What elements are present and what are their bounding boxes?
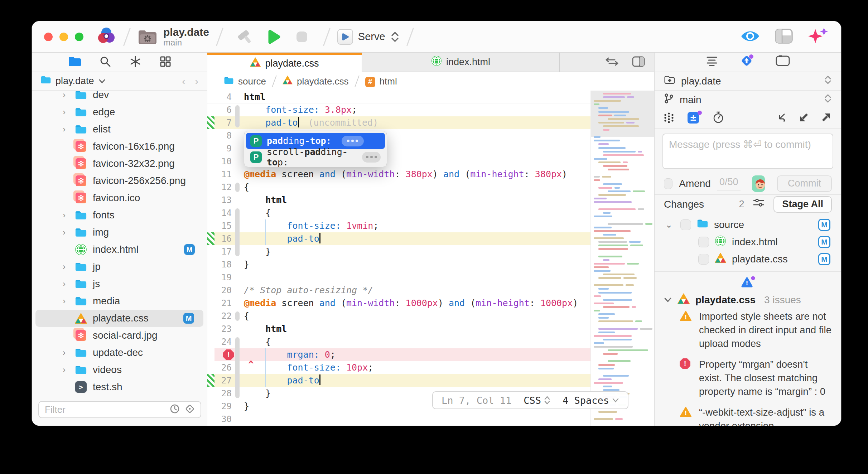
disclosure-chevron-icon[interactable]: › (63, 227, 74, 237)
build-button[interactable] (235, 28, 254, 46)
commit-message-input[interactable] (663, 134, 833, 168)
tree-item-dev[interactable]: ›dev (32, 91, 207, 103)
recent-clock-icon[interactable] (170, 404, 180, 415)
tree-item-playdate-css[interactable]: playdate.cssM (35, 310, 203, 327)
tree-item-favicon-ico[interactable]: favicon.ico (32, 189, 207, 207)
issue-item[interactable]: !“-webkit-text-size-adjust” is a vendor … (655, 403, 841, 426)
stage-checkbox[interactable] (698, 254, 709, 265)
disclosure-chevron-icon[interactable]: › (63, 124, 74, 134)
tag-icon[interactable] (185, 404, 195, 415)
issues-badge-icon[interactable]: ! (740, 275, 756, 290)
change-row-playdate-css[interactable]: playdate.cssM (655, 251, 841, 268)
indent-selector[interactable]: 4 Spaces (563, 395, 619, 406)
breadcrumb-item-playdate-css[interactable]: playdate.css (283, 76, 349, 87)
commit-graph-icon[interactable] (664, 112, 675, 125)
breadcrumb-item-source[interactable]: source (224, 76, 266, 87)
commits-list-icon[interactable] (706, 56, 718, 68)
push-arrow-icon[interactable] (820, 112, 832, 126)
stop-button[interactable] (293, 28, 311, 46)
disclosure-chevron-icon[interactable]: ⌄ (665, 220, 675, 230)
fold-ribbon[interactable] (235, 105, 240, 127)
stage-checkbox[interactable] (680, 219, 691, 230)
tree-item-favicon-256x256-png[interactable]: favicon-256x256.png (32, 172, 207, 189)
nav-back-icon[interactable]: ‹ (182, 75, 185, 87)
tree-item-update-dec[interactable]: ›update-dec (32, 344, 207, 361)
minimap[interactable] (590, 91, 654, 426)
commit-button[interactable]: Commit (777, 175, 832, 192)
zoom-window-button[interactable] (75, 33, 83, 41)
remote-terminal-icon[interactable] (775, 55, 790, 69)
tree-item-media[interactable]: ›media (32, 292, 207, 310)
disclosure-chevron-icon[interactable]: › (63, 91, 74, 100)
disclosure-chevron-icon[interactable]: › (63, 348, 74, 358)
issue-item[interactable]: !Property “mrgan” doesn't exist. The clo… (655, 355, 841, 403)
stage-view-icon[interactable]: ± (686, 110, 702, 127)
preview-eye-button[interactable] (740, 29, 760, 44)
stopwatch-icon[interactable] (713, 111, 724, 126)
project-header[interactable]: play.date ‹ › (32, 72, 207, 91)
disclosure-chevron-icon[interactable]: › (63, 107, 74, 117)
disclosure-chevron-icon[interactable]: › (63, 296, 74, 306)
run-button[interactable] (264, 28, 283, 46)
filter-field[interactable] (38, 401, 201, 418)
line-number: 4 (214, 91, 234, 103)
task-label: Serve (358, 31, 385, 43)
tree-item-elist[interactable]: ›elist (32, 121, 207, 138)
task-selector[interactable]: Serve (337, 29, 400, 45)
issues-header[interactable]: playdate.css 3 issues (655, 293, 841, 307)
fold-ribbon[interactable] (235, 311, 240, 321)
tree-item-img[interactable]: ›img (32, 224, 207, 241)
split-editor-icon[interactable] (632, 56, 645, 68)
filter-settings-icon[interactable] (753, 198, 765, 211)
line-number: 12 (214, 181, 234, 194)
stage-checkbox[interactable] (698, 237, 709, 247)
tree-item-videos[interactable]: ›videos (32, 361, 207, 378)
amend-checkbox[interactable] (664, 178, 672, 189)
language-selector[interactable]: CSS (524, 395, 550, 406)
tree-item-social-card-jpg[interactable]: social-card.jpg (32, 327, 207, 344)
tree-item-js[interactable]: ›js (32, 275, 207, 292)
tree-item-favicon-32x32-png[interactable]: favicon-32x32.png (32, 155, 207, 172)
repo-selector[interactable]: play.date (655, 72, 841, 91)
split-layout-button[interactable] (775, 28, 793, 45)
tree-item-edge[interactable]: ›edge (32, 103, 207, 121)
error-line-icon[interactable]: ! (223, 349, 234, 360)
tree-item-fonts[interactable]: ›fonts (32, 207, 207, 224)
minimize-window-button[interactable] (59, 33, 68, 41)
tree-item-index-html[interactable]: index.htmlM (32, 241, 207, 258)
fold-ribbon[interactable] (235, 183, 240, 192)
breadcrumb-item-html[interactable]: #html (365, 76, 397, 87)
symbols-asterisk-icon[interactable] (130, 56, 141, 69)
fetch-arrow-icon[interactable] (776, 112, 787, 126)
extensions-grid-icon[interactable] (160, 56, 171, 69)
code-editor[interactable]: 4html6 font-size: 3.8px;7 pad-to(uncommi… (207, 91, 654, 426)
filter-input[interactable] (45, 404, 165, 415)
swap-arrows-icon[interactable] (606, 57, 618, 68)
close-window-button[interactable] (44, 33, 53, 41)
sparkles-icon[interactable] (807, 27, 829, 47)
tab-index-html[interactable]: index.html (362, 53, 560, 72)
tree-item-jp[interactable]: ›jp (32, 258, 207, 275)
change-row-index-html[interactable]: index.htmlM (655, 233, 841, 251)
nav-forward-icon[interactable]: › (195, 75, 198, 87)
issue-item[interactable]: !Imported style sheets are not checked i… (655, 307, 841, 355)
disclosure-chevron-icon[interactable]: › (63, 279, 74, 289)
tree-item-test-sh[interactable]: >test.sh (32, 378, 207, 396)
change-row-source[interactable]: ⌄sourceM (655, 216, 841, 233)
commit-message-box[interactable] (662, 134, 833, 169)
disclosure-chevron-icon[interactable]: › (63, 365, 74, 375)
disclosure-chevron-icon[interactable]: › (63, 262, 74, 272)
files-tab-icon[interactable] (68, 56, 81, 68)
pull-arrow-icon[interactable] (798, 112, 810, 126)
source-control-tab-icon[interactable] (739, 54, 754, 71)
tab-playdate-css[interactable]: playdate.css (207, 53, 362, 72)
tree-item-label: img (93, 227, 109, 238)
search-icon[interactable] (100, 56, 111, 69)
stage-all-button[interactable]: Stage All (773, 196, 832, 213)
tree-item-favicon-16x16-png[interactable]: favicon-16x16.png (32, 138, 207, 155)
fold-ribbon[interactable] (235, 208, 240, 256)
fold-ribbon[interactable] (235, 337, 240, 398)
disclosure-chevron-icon[interactable]: › (63, 210, 74, 220)
branch-selector[interactable]: main (655, 91, 841, 109)
autocomplete-item[interactable]: Pscroll-padding-top: (246, 149, 385, 165)
